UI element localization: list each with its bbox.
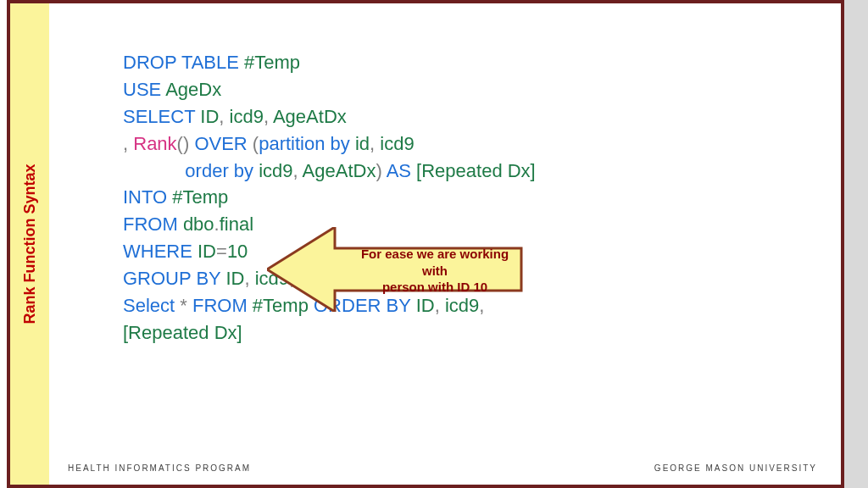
kw-as: AS bbox=[382, 160, 411, 181]
sidebar-title: Rank Function Syntax bbox=[21, 164, 39, 324]
kw-into: INTO bbox=[123, 186, 167, 208]
id-id2: id bbox=[350, 133, 370, 154]
eq: = bbox=[216, 241, 227, 262]
id-id5: ID bbox=[411, 295, 435, 316]
kw-order-by-1: order by bbox=[185, 160, 253, 181]
id-icd9-2: icd9 bbox=[375, 133, 414, 154]
fn-rank: Rank bbox=[128, 133, 176, 154]
id-ageatdx-3: AgeAtDx bbox=[294, 268, 372, 289]
paren-close: ) bbox=[376, 160, 381, 181]
kw-over: OVER bbox=[189, 133, 247, 154]
kw-where: WHERE bbox=[123, 241, 192, 262]
kw-select-2: Select bbox=[123, 295, 175, 316]
lit-10: 10 bbox=[227, 241, 248, 262]
sidebar: Rank Function Syntax bbox=[10, 3, 49, 485]
kw-partition-by: partition by bbox=[259, 133, 350, 154]
id-repeated-dx-1: [Repeated Dx] bbox=[411, 160, 536, 181]
id-dbo: dbo bbox=[178, 214, 214, 235]
id-id1: ID bbox=[195, 106, 219, 127]
id-temp1: #Temp bbox=[239, 52, 300, 73]
footer-right: GEORGE MASON UNIVERSITY bbox=[654, 463, 817, 473]
id-temp3: #Temp bbox=[248, 295, 314, 316]
id-final: final bbox=[220, 214, 253, 235]
kw-select: SELECT bbox=[123, 106, 195, 127]
id-ageatdx-1: AgeAtDx bbox=[269, 106, 347, 127]
right-gutter bbox=[844, 0, 868, 488]
id-icd9-1: icd9 bbox=[224, 106, 263, 127]
id-icd9-5: icd9 bbox=[440, 295, 479, 316]
kw-from-2: FROM bbox=[187, 295, 248, 316]
id-id4: ID bbox=[220, 268, 244, 289]
id-icd9-3: icd9 bbox=[253, 160, 292, 181]
id-icd9-4: icd9 bbox=[250, 268, 289, 289]
comma: , bbox=[479, 295, 484, 316]
id-id3: ID bbox=[192, 241, 216, 262]
kw-from-1: FROM bbox=[123, 214, 178, 235]
id-agedx: AgeDx bbox=[161, 79, 221, 100]
paren-open: ( bbox=[248, 133, 259, 154]
parens: () bbox=[177, 133, 190, 154]
footer-left: HEALTH INFORMATICS PROGRAM bbox=[68, 463, 251, 473]
slide: Rank Function Syntax DROP TABLE #Temp US… bbox=[0, 0, 868, 488]
kw-drop-table: DROP TABLE bbox=[123, 52, 239, 73]
id-temp2: #Temp bbox=[167, 186, 228, 208]
kw-order-by-2: ORDER BY bbox=[314, 295, 411, 316]
id-ageatdx-2: AgeAtDx bbox=[298, 160, 376, 181]
kw-use: USE bbox=[123, 79, 161, 100]
kw-group-by: GROUP BY bbox=[123, 268, 220, 289]
id-repeated-dx-2: [Repeated Dx] bbox=[123, 322, 242, 343]
sql-code-block: DROP TABLE #Temp USE AgeDx SELECT ID, ic… bbox=[123, 49, 767, 347]
indent bbox=[123, 160, 185, 181]
star: * bbox=[175, 295, 187, 316]
